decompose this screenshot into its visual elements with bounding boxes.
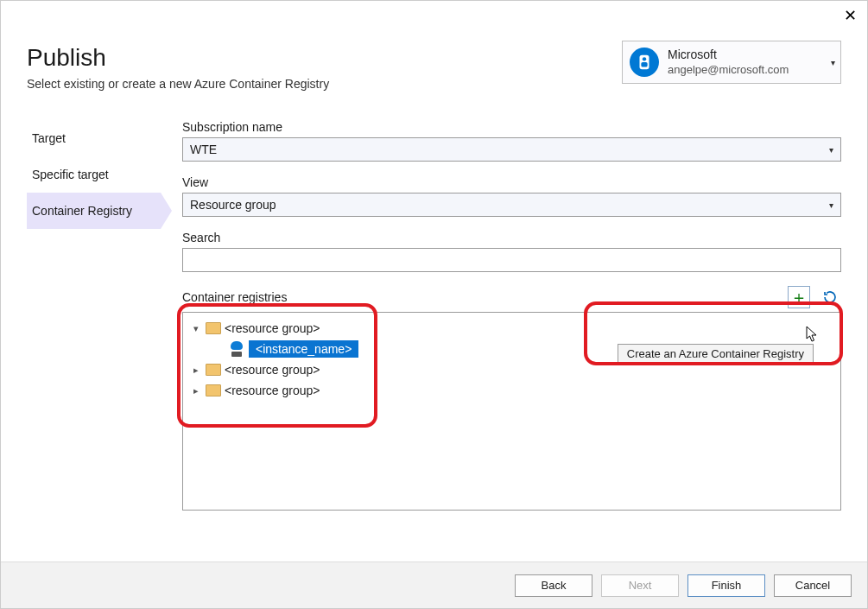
registries-label: Container registries: [182, 290, 287, 304]
view-value: Resource group: [190, 198, 276, 212]
tree-item-label: <instance_name>: [249, 340, 358, 358]
tree-item-label: <resource group>: [225, 321, 320, 335]
refresh-button[interactable]: [819, 286, 841, 308]
close-icon[interactable]: ✕: [844, 6, 857, 25]
search-input[interactable]: [182, 248, 841, 272]
next-button: Next: [601, 574, 679, 597]
finish-button[interactable]: Finish: [687, 574, 765, 597]
nav-target[interactable]: Target: [27, 120, 182, 156]
folder-icon: [206, 364, 221, 376]
page-subtitle: Select existing or create a new Azure Co…: [27, 77, 329, 91]
subscription-label: Subscription name: [182, 120, 841, 134]
svg-point-1: [643, 57, 646, 60]
registry-icon: [230, 343, 245, 355]
tree-item-group[interactable]: ▾ <resource group>: [190, 318, 833, 339]
back-button[interactable]: Back: [515, 574, 592, 597]
tree-item-label: <resource group>: [225, 363, 320, 377]
expand-arrow-icon[interactable]: ▾: [190, 323, 202, 334]
subscription-value: WTE: [190, 143, 217, 156]
search-label: Search: [182, 231, 841, 244]
expand-arrow-icon[interactable]: ▸: [190, 365, 202, 376]
subscription-dropdown[interactable]: WTE ▾: [182, 137, 841, 162]
create-registry-button[interactable]: ＋: [788, 286, 810, 308]
folder-icon: [206, 322, 221, 334]
chevron-down-icon: ▾: [829, 200, 833, 210]
account-email: angelpe@microsoft.com: [668, 63, 789, 77]
create-registry-tooltip: Create an Azure Container Registry: [618, 344, 814, 364]
page-title: Publish: [27, 44, 329, 72]
registries-tree[interactable]: ▾ <resource group> <instance_name> ▸ <re…: [182, 312, 841, 511]
view-dropdown[interactable]: Resource group ▾: [182, 193, 841, 217]
chevron-down-icon: ▾: [831, 58, 835, 67]
expand-arrow-icon[interactable]: ▸: [190, 385, 202, 396]
folder-icon: [206, 384, 221, 396]
account-org: Microsoft: [668, 48, 789, 63]
nav-container-registry[interactable]: Container Registry: [27, 193, 161, 229]
wizard-nav: Target Specific target Container Registr…: [27, 117, 182, 511]
dialog-button-bar: Back Next Finish Cancel: [1, 561, 867, 608]
tree-item-group[interactable]: ▸ <resource group>: [190, 380, 833, 401]
cancel-button[interactable]: Cancel: [774, 574, 852, 597]
account-selector[interactable]: Microsoft angelpe@microsoft.com ▾: [622, 41, 841, 84]
account-badge-icon: [630, 48, 659, 77]
view-label: View: [182, 175, 841, 189]
chevron-down-icon: ▾: [829, 145, 833, 155]
tree-item-label: <resource group>: [225, 384, 320, 397]
nav-specific-target[interactable]: Specific target: [27, 156, 182, 193]
svg-rect-2: [641, 62, 647, 67]
